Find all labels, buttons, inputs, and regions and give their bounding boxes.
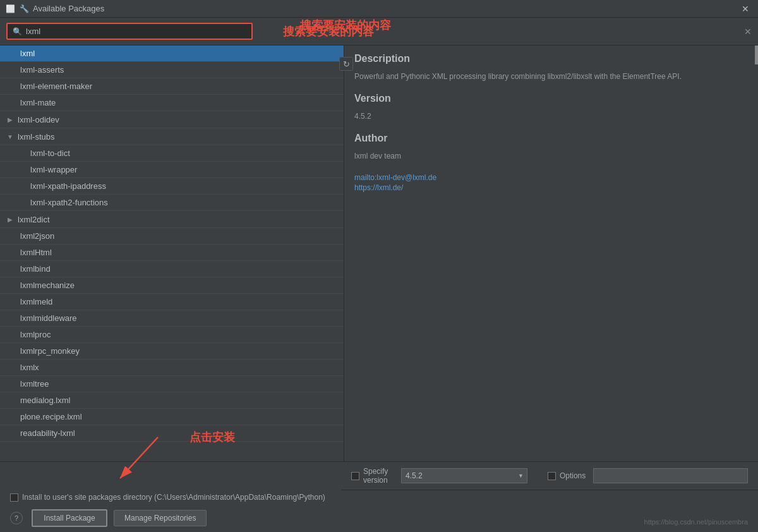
search-input[interactable] — [26, 27, 246, 36]
package-name: lxml2dict — [18, 215, 50, 224]
package-name: lxmlmeld — [20, 297, 52, 306]
package-row[interactable]: lxmlbind — [0, 261, 344, 277]
package-name: lxmlbind — [20, 264, 51, 274]
package-row[interactable]: ▶lxml-odidev — [0, 111, 344, 128]
options-input[interactable] — [593, 468, 748, 483]
manage-repositories-button[interactable]: Manage Repositories — [114, 510, 207, 526]
package-row[interactable]: lxml-mate — [0, 95, 344, 111]
package-name: lxml-mate — [20, 98, 56, 107]
window-title: Available Packages — [33, 4, 104, 13]
package-name: readability-lxml — [20, 428, 75, 438]
install-path-label: Install to user's site packages director… — [22, 493, 325, 502]
title-bar: ⬜ 🔧 Available Packages ✕ — [0, 0, 758, 18]
footer-url: https://blog.csdn.net/pinuscembra — [644, 518, 748, 526]
app-icon1: ⬜ — [5, 4, 15, 14]
package-name: lxmltree — [20, 379, 49, 389]
version-title: Version — [354, 93, 748, 104]
package-row[interactable]: lxml2json — [0, 228, 344, 245]
package-name: lxml-stubs — [18, 132, 55, 142]
package-row[interactable]: medialog.lxml — [0, 392, 344, 409]
bottom-section: Specify version 4.5.2 Options Install to… — [0, 461, 758, 532]
package-name: lxml-xpath2-functions — [30, 198, 108, 207]
package-name: lxml-odidev — [18, 115, 59, 124]
description-title: Description — [354, 53, 748, 64]
expand-icon[interactable]: ▶ — [5, 214, 15, 224]
package-name: lxml — [20, 49, 35, 58]
package-name: lxmlx — [20, 363, 39, 372]
package-name: lxml-xpath-ipaddress — [30, 181, 106, 191]
specify-version-label: Specify version — [351, 467, 394, 485]
description-text: Powerful and Pythonic XML processing lib… — [354, 71, 748, 83]
mailto-link[interactable]: mailto:lxml-dev@lxml.de — [354, 173, 748, 182]
package-name: lxmlHtml — [20, 248, 52, 257]
package-name: lxml-to-dict — [30, 148, 70, 158]
app-icon2: 🔧 — [19, 4, 29, 14]
action-buttons-row: ? Install Package Manage Repositories ht… — [0, 504, 758, 532]
main-content: lxmllxml-assertslxml-element-makerlxml-m… — [0, 45, 758, 495]
close-button[interactable]: ✕ — [738, 3, 753, 15]
package-row[interactable]: lxml-wrapper — [0, 162, 344, 178]
install-path-row: Install to user's site packages director… — [0, 490, 758, 504]
expand-icon[interactable]: ▼ — [5, 131, 15, 142]
search-hint-annotation: 搜索要安装的内容 — [283, 24, 374, 39]
version-select-wrapper[interactable]: 4.5.2 — [401, 468, 527, 483]
package-row[interactable]: lxmlmiddleware — [0, 310, 344, 327]
package-row[interactable]: lxmlproc — [0, 327, 344, 343]
version-value: 4.5.2 — [354, 111, 748, 123]
package-row[interactable]: lxmltree — [0, 376, 344, 392]
package-name: lxmlrpc_monkey — [20, 346, 80, 356]
search-bar: 🔍 搜索要安装的内容 ✕ — [0, 18, 758, 45]
package-row[interactable]: lxml-asserts — [0, 62, 344, 78]
right-scrollbar[interactable] — [755, 45, 758, 495]
author-value: lxml dev team — [354, 150, 748, 162]
package-row[interactable]: lxml-xpath-ipaddress — [0, 178, 344, 195]
package-name: plone.recipe.lxml — [20, 412, 82, 421]
package-row[interactable]: lxml-element-maker — [0, 78, 344, 95]
package-row[interactable]: plone.recipe.lxml — [0, 409, 344, 425]
right-scrollbar-thumb[interactable] — [755, 45, 758, 64]
package-row[interactable]: lxmlmechanize — [0, 277, 344, 294]
package-name: lxml-wrapper — [30, 165, 77, 174]
package-name: lxml2json — [20, 231, 54, 241]
package-name: lxmlproc — [20, 330, 51, 339]
package-row[interactable]: lxmlx — [0, 360, 344, 376]
package-row[interactable]: readability-lxml — [0, 425, 344, 442]
refresh-button[interactable]: ↻ — [339, 57, 353, 71]
options-label: Options — [548, 471, 586, 480]
search-clear-button[interactable]: ✕ — [744, 27, 752, 37]
package-name: lxmlmiddleware — [20, 313, 77, 323]
help-button[interactable]: ? — [10, 512, 23, 524]
package-name: lxml-asserts — [20, 65, 64, 75]
package-name: lxml-element-maker — [20, 82, 92, 91]
package-row[interactable]: lxmlmeld — [0, 294, 344, 310]
search-container[interactable]: 🔍 — [6, 23, 253, 40]
version-select[interactable]: 4.5.2 — [401, 468, 527, 483]
package-row[interactable]: lxml-xpath2-functions — [0, 195, 344, 211]
version-options-row: Specify version 4.5.2 Options — [341, 462, 758, 490]
package-name: lxmlmechanize — [20, 281, 75, 290]
author-title: Author — [354, 133, 748, 144]
package-row[interactable]: lxml-to-dict — [0, 145, 344, 162]
options-checkbox[interactable] — [548, 472, 556, 480]
search-icon: 🔍 — [13, 27, 22, 36]
description-panel: Description Powerful and Pythonic XML pr… — [344, 45, 758, 495]
expand-icon[interactable]: ▶ — [5, 114, 15, 124]
package-list-panel: lxmllxml-assertslxml-element-makerlxml-m… — [0, 45, 344, 495]
package-row[interactable]: ▼lxml-stubs — [0, 128, 344, 145]
package-row[interactable]: lxmlrpc_monkey — [0, 343, 344, 360]
website-link[interactable]: https://lxml.de/ — [354, 183, 748, 192]
specify-version-checkbox[interactable] — [351, 472, 359, 480]
install-path-checkbox[interactable] — [10, 493, 18, 502]
install-package-button[interactable]: Install Package — [32, 509, 107, 527]
package-row[interactable]: ▶lxml2dict — [0, 211, 344, 228]
package-row[interactable]: lxmlHtml — [0, 245, 344, 261]
package-row[interactable]: lxml — [0, 45, 344, 62]
package-name: medialog.lxml — [20, 396, 70, 405]
